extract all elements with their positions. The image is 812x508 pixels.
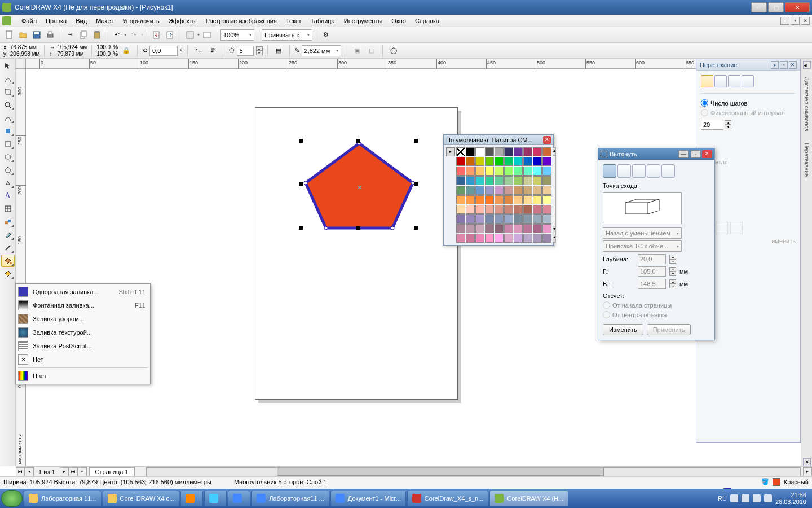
- print-button[interactable]: [44, 29, 56, 41]
- color-swatch[interactable]: [475, 157, 484, 166]
- color-swatch[interactable]: [495, 205, 504, 214]
- close-button[interactable]: ✕: [785, 2, 810, 12]
- pick-tool[interactable]: [1, 60, 15, 72]
- redo-button[interactable]: ↷: [127, 29, 140, 41]
- blend-end-button[interactable]: [730, 222, 743, 234]
- selection-handle[interactable]: [356, 139, 360, 143]
- undo-button[interactable]: ↶: [111, 29, 123, 41]
- zoom-tool[interactable]: [1, 99, 15, 111]
- color-swatch[interactable]: [495, 224, 504, 233]
- extrude-max-button[interactable]: ▫: [691, 150, 701, 158]
- welcome-button[interactable]: [201, 29, 213, 41]
- sides-input[interactable]: [237, 46, 254, 56]
- color-swatch[interactable]: [485, 176, 494, 185]
- task-item[interactable]: Документ1 - Micr...: [330, 491, 406, 506]
- h-scrollbar[interactable]: [146, 467, 801, 476]
- color-swatch[interactable]: [514, 167, 523, 176]
- snap-combo[interactable]: Привязать к: [262, 29, 312, 41]
- color-swatch[interactable]: [466, 147, 475, 156]
- paste-button[interactable]: [91, 29, 103, 41]
- rectangle-tool[interactable]: [1, 138, 15, 150]
- color-swatch[interactable]: [523, 214, 532, 224]
- from-page-radio[interactable]: [603, 301, 610, 309]
- blend-misc-tab[interactable]: [742, 75, 754, 87]
- color-swatch[interactable]: [495, 176, 504, 185]
- task-item[interactable]: Лабораторная 11...: [24, 491, 102, 506]
- color-docker-item[interactable]: Цвет: [16, 369, 150, 383]
- task-item[interactable]: CorelDraw_X4_s_n...: [407, 491, 489, 506]
- color-swatch[interactable]: [523, 176, 532, 185]
- y-value[interactable]: 206,998 мм: [10, 51, 40, 57]
- menu-layout[interactable]: Макет: [91, 16, 118, 25]
- docker-undock-button[interactable]: ▫: [780, 61, 788, 69]
- docker-close-icon[interactable]: ✕: [803, 458, 811, 466]
- save-button[interactable]: [30, 29, 43, 41]
- color-swatch[interactable]: [523, 147, 532, 156]
- lang-indicator[interactable]: RU: [718, 495, 727, 502]
- scroll-right-button[interactable]: ▸: [803, 467, 812, 476]
- color-swatch[interactable]: [475, 186, 484, 195]
- fill-swatch[interactable]: [773, 478, 780, 486]
- extrude-tab-light[interactable]: [632, 164, 646, 178]
- menu-bitmaps[interactable]: Растровые изображения: [201, 16, 281, 25]
- color-swatch[interactable]: [542, 214, 551, 224]
- crop-tool[interactable]: [1, 86, 15, 98]
- ellipse-tool[interactable]: [1, 151, 15, 163]
- color-swatch[interactable]: [495, 157, 504, 166]
- copy-button[interactable]: [77, 29, 90, 41]
- wrap-text-button[interactable]: ▤: [272, 45, 285, 57]
- no-fill-item[interactable]: ✕ Нет: [16, 353, 150, 366]
- to-front-button[interactable]: ▣: [351, 45, 363, 57]
- import-button[interactable]: [151, 29, 163, 41]
- palette-scrollbar[interactable]: ▴▾◂: [553, 147, 556, 243]
- next-page-button[interactable]: ▸: [60, 467, 69, 476]
- zoom-combo[interactable]: 100%: [220, 29, 254, 41]
- color-swatch[interactable]: [542, 186, 551, 195]
- export-button[interactable]: [164, 29, 176, 41]
- color-swatch[interactable]: [485, 157, 494, 166]
- lock-ratio-button[interactable]: 🔒: [120, 45, 133, 57]
- color-swatch[interactable]: [504, 176, 513, 185]
- color-swatch[interactable]: [466, 234, 475, 243]
- width-value[interactable]: 105,924 мм: [57, 44, 87, 50]
- docker-tab-blend[interactable]: Перетекание: [802, 139, 811, 180]
- interactive-blend-tool[interactable]: [1, 216, 15, 228]
- color-swatch[interactable]: [504, 157, 513, 166]
- freehand-tool[interactable]: [1, 112, 15, 124]
- menu-help[interactable]: Справка: [411, 16, 444, 25]
- color-swatch[interactable]: [504, 147, 513, 156]
- color-swatch[interactable]: [456, 167, 465, 176]
- pentagon-shape[interactable]: ✕: [301, 140, 417, 231]
- blend-start-button[interactable]: [716, 222, 728, 234]
- apply-button[interactable]: Применить: [647, 324, 691, 335]
- system-tray[interactable]: RU 21:5626.03.2010: [713, 492, 811, 505]
- color-swatch[interactable]: [475, 167, 484, 176]
- minimize-button[interactable]: —: [751, 2, 767, 12]
- task-item[interactable]: Corel DRAW X4 с...: [103, 491, 180, 506]
- color-swatch[interactable]: [523, 234, 532, 243]
- color-swatch[interactable]: [504, 234, 513, 243]
- color-swatch[interactable]: [514, 214, 523, 224]
- color-swatch[interactable]: [523, 205, 532, 214]
- fill-tool[interactable]: [1, 255, 15, 267]
- color-swatch[interactable]: [466, 176, 475, 185]
- color-swatch[interactable]: [542, 176, 551, 185]
- v-input[interactable]: [638, 279, 666, 289]
- selection-handle[interactable]: [356, 226, 360, 230]
- color-palette-window[interactable]: По умолчанию: Палитра СМ... ✕ ▸ ▴▾◂: [443, 134, 554, 246]
- selection-handle[interactable]: [299, 182, 303, 186]
- color-swatch[interactable]: [514, 147, 523, 156]
- selection-handle[interactable]: [414, 139, 418, 143]
- selection-handle[interactable]: [414, 182, 418, 186]
- color-swatch[interactable]: [485, 234, 494, 243]
- selection-handle[interactable]: [414, 226, 418, 230]
- color-swatch[interactable]: [495, 147, 504, 156]
- color-swatch[interactable]: [533, 186, 542, 195]
- last-page-button[interactable]: ⏭: [69, 467, 78, 476]
- color-swatch[interactable]: [485, 214, 494, 224]
- texture-fill-item[interactable]: Заливка текстурой...: [16, 326, 150, 339]
- start-button[interactable]: [1, 490, 23, 507]
- x-value[interactable]: 76,875 мм: [10, 44, 40, 50]
- color-swatch[interactable]: [485, 205, 494, 214]
- color-swatch[interactable]: [514, 224, 523, 233]
